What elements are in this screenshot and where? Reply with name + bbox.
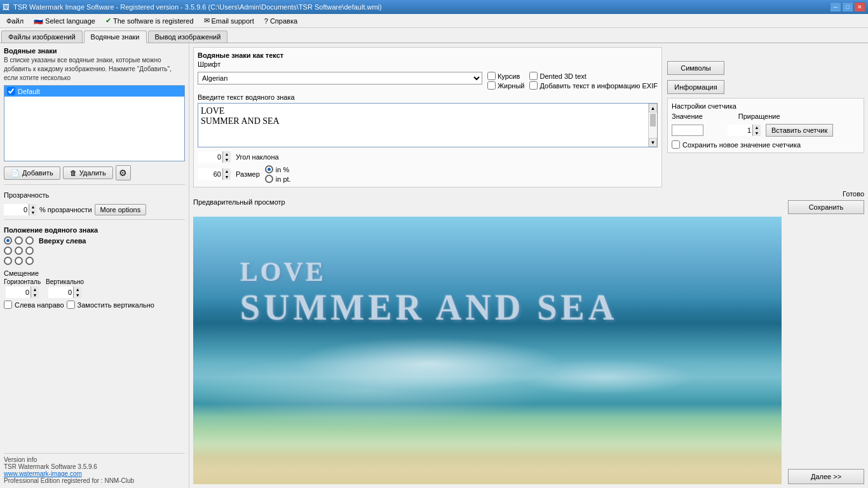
h-spin-up[interactable]: ▲ — [31, 287, 39, 292]
transparency-row: Прозрачность — [4, 191, 185, 199]
tab-images[interactable]: Файлы изображений — [1, 30, 83, 43]
close-button[interactable]: ✕ — [854, 2, 865, 12]
settings-button[interactable]: ⚙ — [116, 165, 131, 180]
tile-vertical-checkbox[interactable] — [67, 301, 75, 309]
transparency-input[interactable] — [4, 204, 29, 215]
menu-help[interactable]: ? Справка — [261, 16, 301, 26]
delete-icon: 🗑 — [70, 169, 77, 177]
left-to-right-checkbox[interactable] — [4, 301, 12, 309]
delete-button[interactable]: 🗑 Удалить — [63, 166, 113, 179]
spin-up[interactable]: ▲ — [29, 204, 37, 210]
tab-watermarks[interactable]: Водяные знаки — [84, 30, 147, 43]
tab-output[interactable]: Вывод изображений — [148, 30, 228, 43]
pos-bottom-center-radio[interactable] — [15, 257, 23, 265]
symbols-button[interactable]: Символы — [667, 61, 724, 75]
scroll-up[interactable]: ▲ — [649, 104, 657, 112]
symbol-info-buttons: Символы Информация — [667, 47, 864, 95]
maximize-button[interactable]: □ — [842, 2, 853, 12]
left-to-right-label: Слева направо — [15, 301, 64, 309]
menubar: Файл 🇷🇺 Select language ✔ The software i… — [0, 14, 868, 28]
counter-section: Настройки счетчика Значение Приращение ▲… — [667, 98, 864, 153]
next-button[interactable]: Далее >> — [788, 469, 864, 484]
bold-label: Жирный — [498, 82, 525, 90]
dented3d-checkbox[interactable] — [529, 72, 538, 80]
menu-file[interactable]: Файл — [3, 16, 27, 26]
exif-checkbox[interactable] — [529, 81, 538, 90]
counter-value-input[interactable] — [672, 125, 703, 136]
pos-top-right-radio[interactable] — [25, 236, 34, 245]
app-icon: 🖼 — [3, 3, 10, 11]
transparency-label: Прозрачность — [4, 191, 49, 199]
italic-checkbox[interactable] — [487, 72, 496, 80]
unit-row: in % in pt. — [265, 165, 291, 183]
preview-label: Предварительный просмотр — [193, 198, 285, 206]
list-item[interactable]: Default — [4, 86, 184, 97]
version-website[interactable]: www.watermark-image.com — [4, 470, 82, 477]
angle-up[interactable]: ▲ — [223, 151, 231, 157]
size-down[interactable]: ▼ — [223, 174, 231, 180]
watermark-textarea[interactable]: LOVE SUMMER AND SEA — [198, 104, 648, 147]
menu-email-label: Email support — [212, 17, 254, 25]
exif-label: Добавить текст в информацию EXIF — [539, 82, 658, 90]
vertical-spinner: ▲ ▼ — [48, 287, 81, 298]
percent-radio[interactable] — [265, 165, 273, 173]
v-spin-up[interactable]: ▲ — [74, 287, 81, 292]
watermark-buttons: 📄 Добавить 🗑 Удалить ⚙ — [4, 165, 185, 180]
save-counter-checkbox[interactable] — [672, 140, 680, 149]
add-icon: 📄 — [11, 169, 20, 177]
pt-radio[interactable] — [265, 175, 273, 183]
version-edition: Professional Edition registered for : NN… — [4, 477, 185, 484]
insert-counter-button[interactable]: Вставить счетчик — [766, 124, 833, 137]
watermark-list[interactable]: Default — [4, 85, 185, 161]
bold-checkbox[interactable] — [487, 81, 496, 90]
pos-middle-left-radio[interactable] — [4, 247, 12, 255]
minimize-button[interactable]: ─ — [830, 2, 841, 12]
pos-top-left-radio[interactable] — [4, 236, 12, 245]
scroll-down[interactable]: ▼ — [649, 138, 657, 147]
pos-top-center-radio[interactable] — [15, 236, 23, 245]
watermarks-description: В списке указаны все водяные знаки, кото… — [4, 56, 185, 83]
angle-input[interactable] — [198, 151, 223, 163]
vertical-input[interactable] — [48, 287, 74, 298]
pos-middle-right-radio[interactable] — [25, 247, 34, 255]
v-spin-down[interactable]: ▼ — [74, 292, 81, 298]
size-label: Размер — [236, 170, 260, 178]
menu-language[interactable]: 🇷🇺 Select language — [30, 15, 99, 27]
font-select[interactable]: Algerian — [198, 72, 482, 85]
help-icon: ? — [264, 17, 268, 25]
italic-row: Курсив — [487, 72, 525, 80]
size-input[interactable] — [198, 168, 223, 180]
save-counter-label: Сохранить новое значение счетчика — [682, 141, 801, 149]
size-up[interactable]: ▲ — [223, 168, 231, 174]
info-button[interactable]: Информация — [667, 80, 724, 94]
text-input-label: Введите текст водяного знака — [198, 93, 658, 101]
pt-label: in pt. — [276, 175, 291, 183]
wm-text-title: Водяные знаки как текст — [198, 51, 658, 59]
increment-input[interactable] — [728, 125, 753, 136]
pt-row: in pt. — [265, 175, 291, 183]
scroll-track — [649, 112, 657, 138]
add-button[interactable]: 📄 Добавить — [4, 166, 60, 180]
h-spin-down[interactable]: ▼ — [31, 292, 39, 298]
angle-down[interactable]: ▼ — [223, 157, 231, 163]
horizontal-input[interactable] — [6, 287, 31, 298]
percent-label: in % — [276, 166, 289, 173]
inc-up[interactable]: ▲ — [753, 125, 761, 130]
menu-registered[interactable]: ✔ The software is registered — [102, 15, 198, 26]
menu-email[interactable]: ✉ Email support — [200, 15, 258, 26]
spin-down[interactable]: ▼ — [29, 210, 37, 215]
increment-label: Приращение — [738, 112, 780, 120]
wave-overlay — [193, 217, 782, 484]
offset-label: Смещение — [4, 269, 39, 277]
inc-down[interactable]: ▼ — [753, 130, 761, 136]
value-label: Значение — [672, 112, 703, 120]
left-panel: Водяные знаки В списке указаны все водян… — [0, 43, 189, 488]
watermark-checkbox[interactable] — [7, 87, 15, 95]
pos-middle-center-radio[interactable] — [15, 247, 23, 255]
position-title: Положение водяного знака — [4, 226, 185, 234]
save-button[interactable]: Сохранить — [788, 200, 864, 214]
more-options-button[interactable]: More options — [95, 204, 147, 215]
pos-bottom-right-radio[interactable] — [25, 257, 34, 265]
divider — [4, 184, 185, 185]
pos-bottom-left-radio[interactable] — [4, 257, 12, 265]
